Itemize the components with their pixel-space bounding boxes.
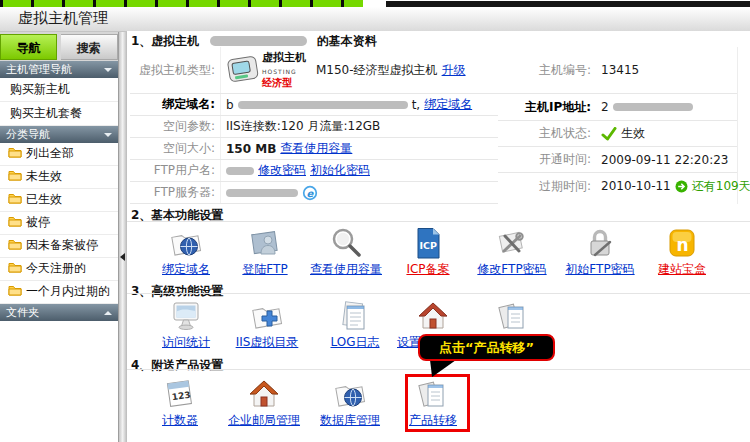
sidebar-item-buy-host-plan[interactable]: 购买主机套餐 [0, 102, 118, 126]
reset-password-link[interactable]: 初始化密码 [310, 162, 370, 179]
redacted-host-name [210, 36, 307, 46]
host-type-label: 虚拟主机类型: [130, 47, 221, 93]
documents-icon [496, 299, 530, 333]
table-row: 主机IP地址: 2 [498, 94, 737, 121]
titlebar: 虚拟主机管理 [0, 7, 750, 32]
hosting-device-icon [226, 55, 260, 85]
redacted-ftp-user [226, 167, 254, 175]
expire-time-label: 过期时间: [498, 178, 596, 195]
function-icp-filing[interactable]: ICP ICP备案 [386, 224, 470, 278]
divider [127, 293, 750, 294]
hosting-logo: 虚拟主机 HOSTING 经济型 [226, 51, 306, 89]
page-title: 虚拟主机管理 [0, 7, 750, 30]
function-log[interactable]: LOG日志 [313, 297, 397, 351]
table-row: 绑定域名: bt, 绑定域名 [130, 94, 498, 116]
sidebar-item-list-all[interactable]: 列出全部 [0, 143, 118, 166]
collapse-sidebar-icon[interactable] [120, 253, 125, 261]
table-row: 开通时间: 2009-09-11 22:20:23 [498, 147, 737, 173]
folder-plus-icon [250, 299, 284, 333]
function-enterprise-mail[interactable]: 企业邮局管理 [222, 375, 306, 429]
svg-text:e: e [306, 187, 314, 198]
sidebar-item-stopped[interactable]: 被停 [0, 212, 118, 235]
open-time-label: 开通时间: [498, 151, 596, 168]
function-login-ftp[interactable]: 登陆FTP [223, 224, 307, 278]
host-ip-label: 主机IP地址: [498, 99, 596, 116]
function-change-ftp-password[interactable]: 修改FTP密码 [470, 224, 554, 278]
ftp-server-label: FTP服务器: [130, 182, 221, 203]
top-menu-strip [0, 0, 750, 7]
host-status-value: 生效 [621, 125, 645, 142]
table-row: 过期时间: 2010-10-11 还有109天过期 续费 [498, 173, 737, 199]
ie-icon[interactable]: e [302, 185, 318, 201]
function-reset-ftp-password[interactable]: 初始FTP密码 [558, 224, 642, 278]
callout-click-product-transfer: 点击“产品转移” [418, 334, 555, 361]
tab-navigation[interactable]: 导航 [0, 34, 57, 60]
redacted-domain [238, 101, 408, 109]
function-database-management[interactable]: 数据库管理 [308, 375, 392, 429]
change-password-link[interactable]: 修改密码 [258, 162, 306, 179]
sidebar-section-host-management[interactable]: 主机管理导航 [0, 61, 118, 78]
monitor-icon [169, 299, 203, 333]
table-row: 空间大小: 150 MB 查看使用容量 [130, 138, 498, 160]
green-arrow-icon [675, 180, 688, 193]
top-menu-green-segments [0, 0, 363, 7]
ftp-login-icon [248, 226, 282, 260]
sidebar-item-not-active[interactable]: 未生效 [0, 166, 118, 189]
globe-folder-icon [169, 226, 203, 260]
days-remaining: 还有109天过期 [692, 178, 750, 195]
sidebar-item-active[interactable]: 已生效 [0, 189, 118, 212]
upgrade-link[interactable]: 升级 [442, 62, 466, 79]
sidebar-item-buy-new-host[interactable]: 购买新主机 [0, 78, 118, 102]
function-counter[interactable]: 123 计数器 [138, 375, 222, 429]
table-row: 空间参数: IIS连接数:120 月流量:12GB [130, 116, 498, 138]
host-info-table: 虚拟主机类型: 虚拟主机 HOSTING 经济型 M150-经济型虚拟主机 升级 [130, 47, 738, 204]
sidebar-tabs: 导航 搜索 [0, 32, 118, 61]
sidebar-item-expiring-in-month[interactable]: 一个月内过期的 [0, 281, 118, 304]
host-status-label: 主机状态: [498, 125, 596, 142]
divider [127, 221, 750, 222]
table-row: 主机编号: 13415 [498, 47, 737, 94]
function-hidden-by-callout[interactable] [471, 297, 555, 334]
sidebar: 导航 搜索 主机管理导航 购买新主机 购买主机套餐 分类导航 列出全部 未生效 … [0, 32, 118, 442]
tab-search[interactable]: 搜索 [61, 34, 118, 60]
nbox-icon: n [665, 226, 699, 260]
function-bind-domain[interactable]: 绑定域名 [144, 224, 228, 278]
check-icon [601, 127, 617, 141]
sidebar-item-stopped-no-icp[interactable]: 因未备案被停 [0, 235, 118, 258]
sidebar-section-categories[interactable]: 分类导航 [0, 126, 118, 143]
svg-text:ICP: ICP [420, 240, 438, 251]
open-time-value: 2009-09-11 22:20:23 [601, 153, 728, 167]
chevron-down-icon [104, 133, 112, 137]
log-papers-icon [338, 299, 372, 333]
folder-icon [8, 239, 22, 250]
sidebar-item-registered-today[interactable]: 今天注册的 [0, 258, 118, 281]
space-size-value: 150 MB [226, 142, 276, 156]
sidebar-splitter[interactable] [118, 32, 127, 442]
section4-title: 4、附送产品设置 [131, 357, 223, 374]
ftp-user-label: FTP用户名: [130, 160, 221, 181]
bind-domain-link[interactable]: 绑定域名 [424, 96, 472, 113]
host-id-label: 主机编号: [498, 62, 596, 79]
redacted-host-ip [613, 103, 693, 111]
bind-domain-label: 绑定域名: [130, 94, 221, 115]
globe-folder-icon [333, 377, 367, 411]
view-usage-link[interactable]: 查看使用容量 [280, 140, 352, 157]
folder-icon [8, 170, 22, 181]
chevron-down-icon [104, 68, 112, 72]
main-panel: 1、虚拟主机 的基本资料 虚拟主机类型: 虚拟主机 HOSTING 经济型 M [127, 31, 750, 442]
svg-text:n: n [677, 235, 689, 255]
function-visit-stats[interactable]: 访问统计 [144, 297, 228, 351]
function-site-builder-box[interactable]: n 建站宝盒 [640, 224, 724, 278]
expire-time-value: 2010-10-11 [601, 179, 671, 193]
house-icon [416, 299, 450, 333]
function-iis-virtual-dir[interactable]: IIS虚拟目录 [225, 297, 309, 351]
folder-icon [8, 147, 22, 158]
space-size-label: 空间大小: [130, 138, 221, 159]
magnifier-icon [329, 226, 363, 260]
function-view-usage[interactable]: 查看使用容量 [304, 224, 388, 278]
house-icon [247, 377, 281, 411]
host-id-value: 13415 [601, 63, 639, 77]
space-params-value: IIS连接数:120 月流量:12GB [226, 118, 380, 135]
sidebar-section-folders[interactable]: 文件夹 [0, 304, 118, 321]
table-row: 虚拟主机类型: 虚拟主机 HOSTING 经济型 M150-经济型虚拟主机 升级 [130, 47, 498, 94]
